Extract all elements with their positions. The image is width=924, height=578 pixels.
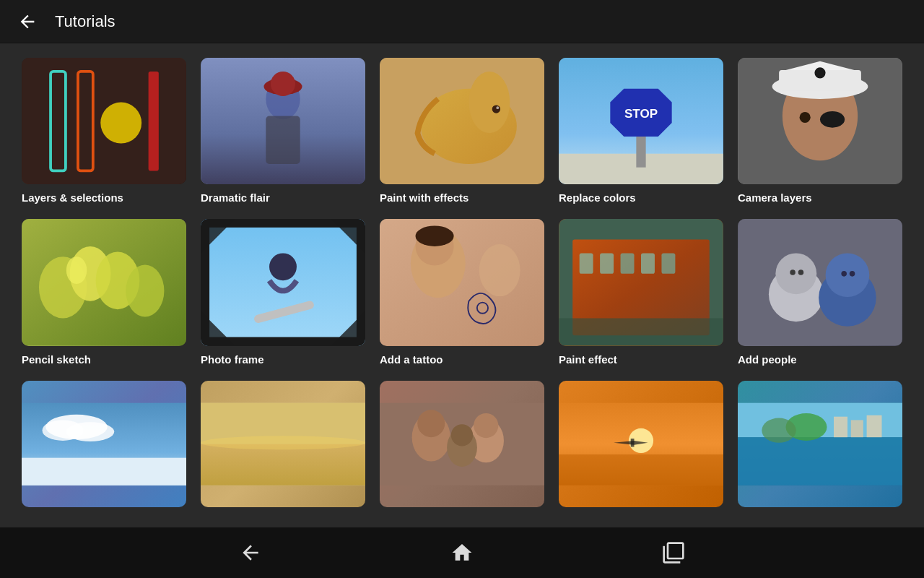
svg-point-62 xyxy=(841,271,847,277)
tutorial-thumb-inner-replace-colors: STOP xyxy=(559,58,723,184)
tutorial-thumb-inner-paint-with-effects xyxy=(380,58,544,184)
nav-back-button[interactable] xyxy=(239,541,262,564)
tutorial-thumb-r3-4 xyxy=(559,381,723,507)
svg-rect-65 xyxy=(22,457,186,485)
tutorial-thumb-replace-colors: STOP xyxy=(559,58,723,184)
svg-point-15 xyxy=(492,105,500,113)
nav-home-button[interactable] xyxy=(450,541,474,564)
svg-point-68 xyxy=(66,422,115,441)
tutorial-thumb-paint-with-effects xyxy=(380,58,544,184)
tutorial-item-pencil-sketch[interactable]: Pencil sketch xyxy=(22,219,186,366)
tutorial-item-add-tattoo[interactable]: Add a tattoo xyxy=(380,219,544,366)
svg-point-57 xyxy=(775,254,816,295)
tutorial-item-r3-2[interactable] xyxy=(201,381,365,514)
svg-point-77 xyxy=(474,413,498,438)
tutorial-thumb-photo-frame xyxy=(201,219,365,345)
svg-rect-50 xyxy=(621,254,635,274)
tutorial-thumb-inner-r3-3 xyxy=(380,381,544,507)
tutorial-thumb-inner-r3-1 xyxy=(22,381,186,507)
tutorial-item-replace-colors[interactable]: STOP Replace colors xyxy=(559,58,723,204)
tutorial-label-replace-colors: Replace colors xyxy=(559,191,723,204)
tutorial-thumb-inner-camera-layers xyxy=(738,58,902,184)
main-content: Layers & selections Dramatic flair xyxy=(0,43,924,527)
svg-rect-71 xyxy=(201,444,365,485)
svg-point-75 xyxy=(417,410,445,437)
tutorial-item-r3-3[interactable] xyxy=(380,381,544,514)
tutorial-label-pencil-sketch: Pencil sketch xyxy=(22,353,186,366)
svg-rect-53 xyxy=(559,319,723,346)
tutorial-thumb-paint-effect xyxy=(559,219,723,345)
tutorial-thumb-r3-3 xyxy=(380,381,544,507)
tutorial-item-add-people[interactable]: Add people xyxy=(738,219,902,366)
tutorial-thumb-inner-pencil-sketch xyxy=(22,219,186,345)
svg-point-38 xyxy=(269,254,297,281)
tutorial-thumb-r3-2 xyxy=(201,381,365,507)
tutorial-label-layers-selections: Layers & selections xyxy=(22,191,186,204)
tutorial-thumb-inner-r3-4 xyxy=(559,381,723,507)
svg-point-59 xyxy=(826,254,870,298)
svg-rect-82 xyxy=(559,454,723,486)
tutorial-thumb-r3-5 xyxy=(738,381,902,507)
tutorial-item-paint-with-effects[interactable]: Paint with effects xyxy=(380,58,544,204)
tutorial-thumb-inner-paint-effect xyxy=(559,219,723,345)
tutorial-thumb-add-people xyxy=(738,219,902,345)
tutorial-thumb-dramatic-flair xyxy=(201,58,365,184)
tutorial-thumb-layers-selections xyxy=(22,58,186,184)
svg-point-34 xyxy=(126,265,164,317)
tutorial-thumb-r3-1 xyxy=(22,381,186,507)
svg-rect-9 xyxy=(266,116,300,164)
svg-point-29 xyxy=(800,112,811,123)
tutorial-thumb-add-tattoo xyxy=(380,219,544,345)
svg-rect-49 xyxy=(600,254,614,274)
tutorial-item-layers-selections[interactable]: Layers & selections xyxy=(22,58,186,204)
tutorial-label-add-tattoo: Add a tattoo xyxy=(380,353,544,366)
tutorial-item-paint-effect[interactable]: Paint effect xyxy=(559,219,723,366)
svg-point-16 xyxy=(496,106,499,109)
svg-point-11 xyxy=(271,72,295,96)
tutorial-thumb-pencil-sketch xyxy=(22,219,186,345)
svg-point-14 xyxy=(468,72,510,133)
tutorial-label-add-people: Add people xyxy=(738,353,902,366)
tutorial-item-camera-layers[interactable]: Camera layers xyxy=(738,58,902,204)
tutorial-thumb-inner-dramatic-flair xyxy=(201,58,365,184)
tutorial-label-paint-with-effects: Paint with effects xyxy=(380,191,544,204)
svg-rect-40 xyxy=(380,219,544,345)
tutorials-grid: Layers & selections Dramatic flair xyxy=(22,58,902,514)
svg-point-79 xyxy=(451,424,473,446)
svg-point-63 xyxy=(850,271,855,277)
header: Tutorials xyxy=(0,0,924,43)
svg-text:STOP: STOP xyxy=(624,107,658,121)
svg-rect-87 xyxy=(834,416,847,437)
back-button[interactable] xyxy=(14,9,40,35)
tutorial-item-photo-frame[interactable]: Photo frame xyxy=(201,219,365,366)
svg-point-35 xyxy=(66,257,87,285)
svg-rect-51 xyxy=(641,254,655,274)
page-title: Tutorials xyxy=(55,12,116,31)
tutorial-item-dramatic-flair[interactable]: Dramatic flair xyxy=(201,58,365,204)
tutorial-thumb-inner-r3-2 xyxy=(201,381,365,507)
svg-point-61 xyxy=(798,270,804,276)
tutorial-thumb-camera-layers xyxy=(738,58,902,184)
tutorial-thumb-inner-layers-selections xyxy=(22,58,186,184)
svg-point-28 xyxy=(820,111,845,128)
svg-point-60 xyxy=(790,270,796,276)
svg-rect-6 xyxy=(149,72,159,171)
tutorial-item-r3-5[interactable] xyxy=(738,381,902,514)
svg-point-91 xyxy=(762,418,796,442)
tutorial-thumb-inner-r3-5 xyxy=(738,381,902,507)
tutorial-label-photo-frame: Photo frame xyxy=(201,353,365,366)
svg-point-72 xyxy=(201,436,365,449)
svg-point-5 xyxy=(100,103,141,144)
svg-point-27 xyxy=(814,67,825,78)
svg-rect-48 xyxy=(580,254,593,274)
tutorial-thumb-inner-add-tattoo xyxy=(380,219,544,345)
svg-point-43 xyxy=(416,226,454,246)
tutorial-thumb-inner-photo-frame xyxy=(201,219,365,345)
svg-point-45 xyxy=(479,244,520,296)
nav-recent-button[interactable] xyxy=(662,541,685,564)
svg-rect-89 xyxy=(867,415,882,437)
tutorial-item-r3-4[interactable] xyxy=(559,381,723,514)
tutorial-label-paint-effect: Paint effect xyxy=(559,353,723,366)
tutorial-item-r3-1[interactable] xyxy=(22,381,186,514)
svg-rect-86 xyxy=(738,437,902,486)
